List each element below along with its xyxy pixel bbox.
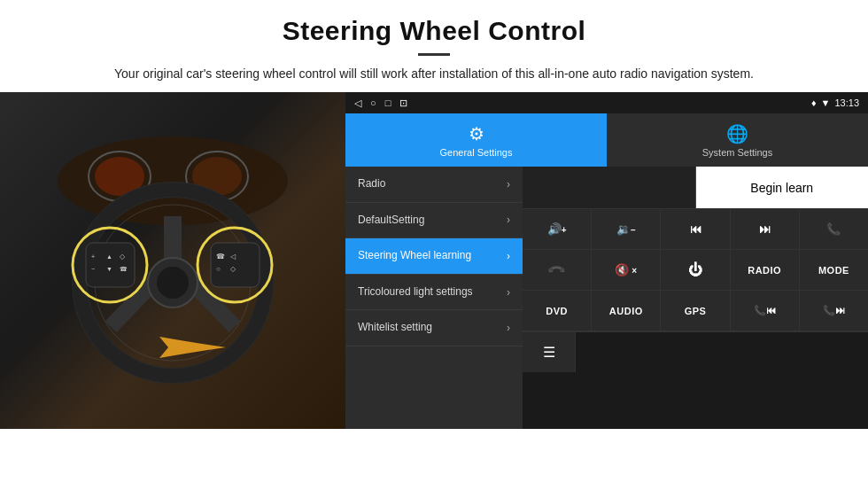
- chevron-icon-default: ›: [507, 214, 510, 226]
- next-track-button[interactable]: ⏭: [731, 209, 800, 249]
- svg-text:☎: ☎: [120, 266, 128, 272]
- control-panel: Begin learn 🔊+ 🔉− ⏮: [523, 167, 868, 429]
- nav-menu-icon[interactable]: ⊡: [399, 97, 407, 109]
- chevron-icon-steering: ›: [507, 250, 510, 262]
- menu-item-default-label: DefaultSetting: [358, 214, 502, 228]
- power-button[interactable]: ⏻: [661, 250, 730, 290]
- phone-next-icon: 📞⏭: [823, 305, 845, 316]
- svg-text:◁: ◁: [230, 253, 236, 261]
- title-divider: [418, 53, 450, 56]
- tab-general-label: General Settings: [440, 147, 513, 158]
- radio-button[interactable]: RADIO: [731, 250, 800, 290]
- menu-item-radio-label: Radio: [358, 177, 502, 191]
- svg-text:▲: ▲: [106, 253, 112, 260]
- vol-down-button[interactable]: 🔉−: [592, 209, 661, 249]
- car-image-panel: + − ▲ ▼ ◇ ☎ ☎ ◁ ○ ◇: [0, 92, 345, 429]
- svg-point-0: [58, 136, 288, 225]
- menu-item-whitelist-label: Whitelist setting: [358, 321, 502, 335]
- begin-learn-button[interactable]: Begin learn: [696, 167, 869, 208]
- menu-list: Radio › DefaultSetting › Steering Wheel …: [345, 167, 523, 429]
- radio-label: RADIO: [748, 265, 781, 276]
- phone-prev-button[interactable]: 📞⏮: [731, 291, 800, 331]
- nav-back-icon[interactable]: ◁: [354, 97, 361, 109]
- tab-system-label: System Settings: [702, 147, 772, 158]
- vol-down-icon: 🔉−: [616, 222, 636, 236]
- dvd-label: DVD: [546, 306, 568, 316]
- phone-next-button[interactable]: 📞⏭: [800, 291, 868, 331]
- audio-button[interactable]: AUDIO: [592, 291, 661, 331]
- gps-label: GPS: [685, 306, 707, 316]
- status-bar: ◁ ○ □ ⊡ ♦ ▼ 13:13: [345, 92, 868, 113]
- location-icon: ♦: [811, 97, 817, 108]
- page-header: Steering Wheel Control Your original car…: [0, 0, 868, 92]
- chevron-icon-tricoloured: ›: [507, 286, 510, 299]
- chevron-icon-radio: ›: [507, 178, 510, 191]
- next-track-icon: ⏭: [759, 222, 771, 236]
- phone-icon: 📞: [826, 222, 841, 236]
- page-title: Steering Wheel Control: [53, 16, 815, 46]
- audio-label: AUDIO: [609, 306, 643, 316]
- phone-prev-icon: 📞⏮: [754, 305, 776, 316]
- page-subtitle: Your original car's steering wheel contr…: [53, 65, 815, 83]
- steering-wheel-svg: + − ▲ ▼ ◇ ☎ ☎ ◁ ○ ◇: [40, 128, 306, 393]
- main-content: + − ▲ ▼ ◇ ☎ ☎ ◁ ○ ◇: [0, 92, 868, 429]
- list-icon: ☰: [543, 344, 555, 361]
- dvd-button[interactable]: DVD: [523, 291, 592, 331]
- vol-up-button[interactable]: 🔊+: [523, 209, 592, 249]
- menu-item-steering-label: Steering Wheel learning: [358, 249, 502, 263]
- power-icon: ⏻: [688, 262, 702, 278]
- svg-text:▼: ▼: [106, 266, 112, 272]
- phone-answer-button[interactable]: 📞: [800, 209, 868, 249]
- clock-display: 13:13: [834, 97, 859, 108]
- menu-item-steering-wheel[interactable]: Steering Wheel learning ›: [345, 238, 523, 275]
- begin-learn-empty-space: [523, 167, 696, 208]
- signal-icon: ▼: [821, 97, 831, 108]
- mode-button[interactable]: MODE: [800, 250, 868, 290]
- tab-bar: ⚙ General Settings 🌐 System Settings: [345, 113, 868, 167]
- list-icon-button[interactable]: ☰: [523, 332, 576, 372]
- nav-recents-icon[interactable]: □: [385, 97, 391, 108]
- status-bar-left: ◁ ○ □ ⊡: [354, 97, 407, 109]
- svg-point-13: [157, 267, 189, 299]
- hang-up-button[interactable]: 📞: [523, 250, 592, 290]
- menu-item-tricoloured-label: Tricoloured light settings: [358, 285, 502, 300]
- mode-label: MODE: [818, 265, 849, 276]
- control-row-1: 🔊+ 🔉− ⏮ ⏭ 📞: [523, 209, 868, 250]
- general-settings-icon: ⚙: [469, 123, 484, 144]
- menu-item-default-setting[interactable]: DefaultSetting ›: [345, 203, 523, 239]
- content-area: Radio › DefaultSetting › Steering Wheel …: [345, 167, 868, 429]
- car-image-bg: + − ▲ ▼ ◇ ☎ ☎ ◁ ○ ◇: [0, 92, 345, 429]
- svg-text:○: ○: [216, 265, 221, 273]
- svg-text:☎: ☎: [216, 253, 225, 261]
- svg-text:+: +: [91, 253, 95, 260]
- gps-button[interactable]: GPS: [661, 291, 730, 331]
- menu-item-tricoloured[interactable]: Tricoloured light settings ›: [345, 275, 523, 311]
- prev-track-icon: ⏮: [690, 222, 701, 236]
- chevron-icon-whitelist: ›: [507, 322, 510, 334]
- system-settings-icon: 🌐: [726, 123, 748, 144]
- begin-learn-row: Begin learn: [523, 167, 868, 209]
- prev-track-button[interactable]: ⏮: [661, 209, 730, 249]
- mute-button[interactable]: 🔇 ×: [592, 250, 661, 290]
- menu-item-radio[interactable]: Radio ›: [345, 167, 523, 203]
- svg-text:◇: ◇: [230, 265, 236, 273]
- control-row-2: 📞 🔇 × ⏻ RADIO MODE: [523, 250, 868, 291]
- nav-home-icon[interactable]: ○: [370, 97, 376, 108]
- svg-text:−: −: [91, 266, 95, 272]
- menu-item-whitelist[interactable]: Whitelist setting ›: [345, 310, 523, 346]
- tab-general-settings[interactable]: ⚙ General Settings: [345, 113, 607, 167]
- svg-rect-14: [86, 243, 135, 287]
- page-wrapper: Steering Wheel Control Your original car…: [0, 0, 868, 498]
- vol-up-icon: 🔊+: [547, 222, 567, 236]
- bottom-icon-row: ☰: [523, 331, 868, 372]
- svg-text:◇: ◇: [120, 253, 126, 261]
- status-bar-right: ♦ ▼ 13:13: [811, 97, 859, 108]
- android-panel: ◁ ○ □ ⊡ ♦ ▼ 13:13 ⚙ General Settings: [345, 92, 868, 429]
- tab-system-settings[interactable]: 🌐 System Settings: [607, 113, 868, 167]
- mute-icon: 🔇 ×: [615, 263, 637, 276]
- hang-up-icon: 📞: [547, 261, 567, 280]
- control-row-3: DVD AUDIO GPS 📞⏮ 📞⏭: [523, 291, 868, 331]
